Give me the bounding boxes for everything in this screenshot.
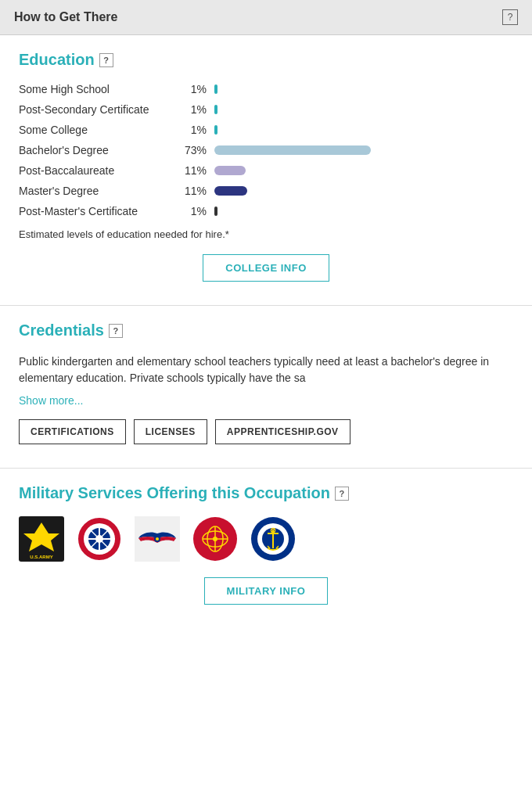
education-note: Estimated levels of education needed for… — [19, 228, 513, 240]
military-info-button[interactable]: MILITARY INFO — [204, 577, 329, 605]
edu-label-some-highschool: Some High School — [19, 83, 175, 95]
military-btn-wrapper: MILITARY INFO — [19, 577, 513, 605]
credentials-heading: Credentials ? — [19, 321, 513, 339]
apprenticeship-button[interactable]: APPRENTICESHIP.GOV — [215, 419, 350, 444]
edu-pct-post-secondary: 1% — [175, 103, 207, 116]
edu-label-post-secondary: Post-Secondary Certificate — [19, 103, 175, 116]
licenses-button[interactable]: LICENSES — [134, 419, 207, 444]
edu-bar-post-secondary — [214, 105, 513, 114]
credentials-section: Credentials ? Public kindergarten and el… — [0, 306, 532, 468]
edu-label-post-bacc: Post-Baccalaureate — [19, 164, 175, 177]
education-help-icon[interactable]: ? — [99, 53, 113, 67]
credentials-title-text: Credentials — [19, 321, 104, 339]
edu-bar-some-highschool — [214, 84, 513, 94]
edu-pct-masters: 11% — [175, 185, 207, 197]
credentials-help-icon[interactable]: ? — [109, 324, 123, 338]
table-row: Some College 1% — [19, 124, 513, 136]
edu-bar-post-masters — [214, 207, 513, 216]
military-title-text: Military Services Offering this Occupati… — [19, 484, 330, 502]
military-logos-container: U.S.ARMY — [19, 516, 513, 562]
coast-guard-logo — [77, 516, 122, 562]
table-row: Post-Baccalaureate 11% — [19, 164, 513, 177]
page-title: How to Get There — [14, 10, 117, 24]
education-section: Education ? Some High School 1% Post-Sec… — [0, 35, 532, 305]
edu-bar-some-college — [214, 125, 513, 135]
army-logo: U.S.ARMY — [19, 516, 64, 562]
edu-label-bachelors: Bachelor's Degree — [19, 144, 175, 156]
table-row: Master's Degree 11% — [19, 185, 513, 197]
credentials-description: Public kindergarten and elementary schoo… — [19, 354, 513, 386]
marines-logo — [192, 516, 238, 562]
table-row: Post-Secondary Certificate 1% — [19, 103, 513, 116]
table-row: Bachelor's Degree 73% — [19, 144, 513, 156]
header-help-icon[interactable]: ? — [502, 9, 518, 25]
edu-bar-post-bacc — [214, 166, 513, 175]
page-header: How to Get There ? — [0, 0, 532, 35]
svg-point-10 — [95, 535, 103, 543]
edu-label-some-college: Some College — [19, 124, 175, 136]
college-btn-wrapper: COLLEGE INFO — [19, 254, 513, 282]
college-info-button[interactable]: COLLEGE INFO — [203, 254, 329, 282]
svg-point-13 — [156, 537, 159, 541]
education-rows: Some High School 1% Post-Secondary Certi… — [19, 83, 513, 217]
credentials-buttons: CERTIFICATIONS LICENSES APPRENTICESHIP.G… — [19, 419, 513, 444]
education-title-text: Education — [19, 51, 95, 69]
edu-pct-post-masters: 1% — [175, 205, 207, 217]
table-row: Some High School 1% — [19, 83, 513, 95]
edu-pct-some-highschool: 1% — [175, 83, 207, 95]
edu-pct-post-bacc: 11% — [175, 164, 207, 177]
education-heading: Education ? — [19, 51, 513, 69]
edu-label-masters: Master's Degree — [19, 185, 175, 197]
air-force-logo — [135, 516, 180, 562]
edu-pct-bachelors: 73% — [175, 144, 207, 156]
military-section: Military Services Offering this Occupati… — [0, 469, 532, 620]
military-help-icon[interactable]: ? — [335, 487, 349, 501]
navy-logo — [250, 516, 296, 562]
edu-bar-bachelors — [214, 145, 513, 155]
svg-text:U.S.ARMY: U.S.ARMY — [30, 555, 52, 559]
show-more-link[interactable]: Show more... — [19, 394, 513, 407]
edu-label-post-masters: Post-Master's Certificate — [19, 205, 175, 217]
edu-pct-some-college: 1% — [175, 124, 207, 136]
military-heading: Military Services Offering this Occupati… — [19, 484, 513, 502]
certifications-button[interactable]: CERTIFICATIONS — [19, 419, 126, 444]
edu-bar-masters — [214, 186, 513, 196]
table-row: Post-Master's Certificate 1% — [19, 205, 513, 217]
